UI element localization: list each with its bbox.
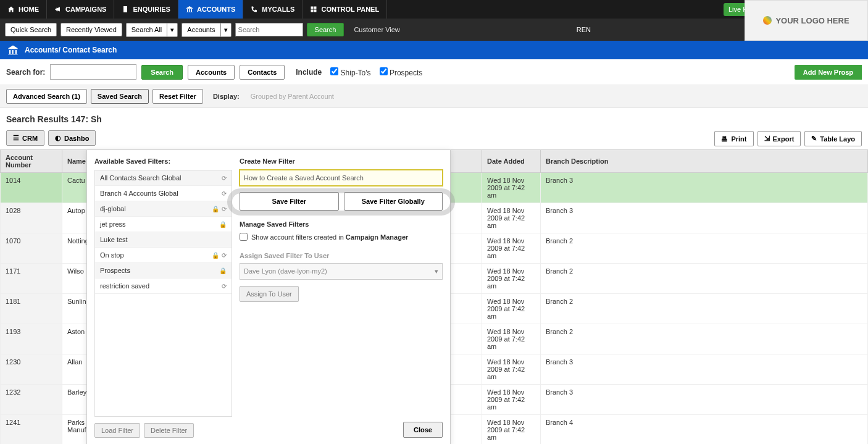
manage-saved-filters-header: Manage Saved Filters bbox=[240, 220, 443, 228]
prospects-checkbox[interactable]: Prospects bbox=[380, 67, 423, 77]
contacts-pill[interactable]: Contacts bbox=[240, 65, 285, 80]
nav-control-panel[interactable]: CONTROL PANEL bbox=[303, 0, 387, 19]
list-icon: ☰ bbox=[13, 134, 19, 142]
filter-name: Prospects bbox=[100, 267, 219, 274]
nav-mycalls[interactable]: MYCALLS bbox=[243, 0, 303, 19]
dashboard-tab[interactable]: ◐Dashbo bbox=[48, 130, 96, 146]
search-for-label: Search for: bbox=[6, 68, 45, 77]
nav-accounts[interactable]: ACCOUNTS bbox=[178, 0, 243, 19]
saved-filter-item[interactable]: restriction saved⟳ bbox=[95, 279, 232, 294]
nav-enquiries[interactable]: ENQUIRIES bbox=[114, 0, 178, 19]
logo-box: YOUR LOGO HERE bbox=[745, 0, 868, 41]
page-title-bar: Accounts/ Contact Search bbox=[0, 41, 868, 59]
partial-text: REN bbox=[577, 26, 591, 33]
new-filter-name-input[interactable] bbox=[240, 170, 443, 186]
load-filter-button[interactable]: Load Filter bbox=[94, 423, 140, 438]
filter-name: Luke test bbox=[100, 236, 227, 243]
bank-icon bbox=[7, 44, 19, 56]
sub-toolbar: Quick Search Recently Viewed Search All … bbox=[0, 19, 868, 41]
recently-viewed-button[interactable]: Recently Viewed bbox=[61, 23, 122, 36]
col-account-number[interactable]: Account Number bbox=[1, 150, 62, 173]
accounts-dropdown[interactable]: Accounts ▾ bbox=[182, 23, 231, 37]
clipboard-icon bbox=[122, 6, 129, 13]
accounts-dd-label[interactable]: Accounts bbox=[182, 23, 220, 37]
cell-account: 1232 bbox=[1, 385, 62, 415]
saved-filter-item[interactable]: Branch 4 Accounts Global⟳ bbox=[95, 186, 232, 201]
search-for-go[interactable]: Search bbox=[141, 65, 183, 80]
filter-name: All Contacts Search Global bbox=[100, 174, 222, 182]
nav-campaigns[interactable]: CAMPAIGNS bbox=[47, 0, 114, 19]
table-wrapper: Account Number Name Date Added Branch De… bbox=[0, 149, 868, 444]
customer-view-link[interactable]: Customer View bbox=[354, 26, 399, 33]
cell-account: 1230 bbox=[1, 354, 62, 385]
saved-filters-list: All Contacts Search Global⟳Branch 4 Acco… bbox=[94, 170, 232, 417]
saved-filter-item[interactable]: jet press🔒 bbox=[95, 217, 232, 232]
popover-right-col: Create New Filter Save Filter Save Filte… bbox=[232, 157, 450, 438]
cell-branch: Branch 3 bbox=[541, 173, 868, 203]
table-layout-button[interactable]: ✎Table Layo bbox=[804, 131, 862, 146]
nav-accounts-label: ACCOUNTS bbox=[197, 6, 235, 13]
search-for-input[interactable] bbox=[50, 64, 136, 80]
print-icon: 🖶 bbox=[721, 135, 728, 143]
cell-date: Wed 18 Nov 2009 at 7:42 am bbox=[482, 415, 541, 445]
cell-account: 1028 bbox=[1, 203, 62, 233]
refresh-icon: ⟳ bbox=[222, 283, 227, 290]
crm-tab[interactable]: ☰CRM bbox=[6, 130, 44, 146]
reset-filter-button[interactable]: Reset Filter bbox=[152, 89, 203, 104]
export-button[interactable]: ⇲Export bbox=[757, 131, 801, 146]
lock-icon: 🔒 bbox=[212, 252, 219, 259]
cell-branch: Branch 3 bbox=[541, 354, 868, 385]
toolbar-search-input[interactable] bbox=[235, 23, 303, 36]
search-for-row: Search for: Search Accounts Contacts Inc… bbox=[0, 59, 868, 85]
add-new-prospect-button[interactable]: Add New Prosp bbox=[795, 65, 862, 80]
chevron-down-icon: ▾ bbox=[435, 267, 438, 275]
lock-icon: 🔒 bbox=[219, 267, 227, 274]
nav-home[interactable]: HOME bbox=[0, 0, 47, 19]
logo-icon bbox=[763, 16, 772, 25]
shipto-checkbox[interactable]: Ship-To's bbox=[330, 67, 370, 77]
close-popover-button[interactable]: Close bbox=[403, 422, 443, 438]
chevron-down-icon[interactable]: ▾ bbox=[167, 23, 178, 37]
cell-date: Wed 18 Nov 2009 at 7:42 am bbox=[482, 324, 541, 354]
saved-search-button[interactable]: Saved Search bbox=[91, 89, 149, 104]
filter-name: On stop bbox=[100, 251, 212, 259]
lock-icon: 🔒 bbox=[219, 221, 227, 228]
top-nav: HOME CAMPAIGNS ENQUIRIES ACCOUNTS MYCALL… bbox=[0, 0, 868, 19]
save-filter-button[interactable]: Save Filter bbox=[240, 192, 339, 211]
nav-control-panel-label: CONTROL PANEL bbox=[321, 6, 379, 13]
saved-filter-item[interactable]: All Contacts Search Global⟳ bbox=[95, 170, 232, 186]
show-cm-filters-checkbox[interactable]: Show account filters created in Campaign… bbox=[240, 233, 443, 241]
cell-account: 1193 bbox=[1, 324, 62, 354]
assign-user-select[interactable]: Dave Lyon (dave-lyon-my2) ▾ bbox=[240, 263, 443, 280]
cell-date: Wed 18 Nov 2009 at 7:42 am bbox=[482, 264, 541, 294]
chevron-down-icon[interactable]: ▾ bbox=[220, 23, 232, 37]
cell-branch: Branch 2 bbox=[541, 264, 868, 294]
print-button[interactable]: 🖶Print bbox=[714, 131, 753, 146]
cell-date: Wed 18 Nov 2009 at 7:42 am bbox=[482, 173, 541, 203]
nav-home-label: HOME bbox=[19, 6, 39, 13]
saved-filter-item[interactable]: Luke test bbox=[95, 232, 232, 248]
cell-date: Wed 18 Nov 2009 at 7:42 am bbox=[482, 203, 541, 233]
col-branch[interactable]: Branch Description bbox=[541, 150, 868, 173]
saved-filter-item[interactable]: Prospects🔒 bbox=[95, 263, 232, 279]
toolbar-search-go[interactable]: Search bbox=[307, 23, 344, 36]
cell-account: 1241 bbox=[1, 415, 62, 445]
accounts-pill[interactable]: Accounts bbox=[188, 65, 235, 80]
delete-filter-button[interactable]: Delete Filter bbox=[144, 423, 194, 438]
bullhorn-icon bbox=[54, 6, 62, 13]
quick-search-button[interactable]: Quick Search bbox=[5, 23, 57, 36]
assign-to-user-button[interactable]: Assign To User bbox=[240, 286, 299, 302]
cell-account: 1014 bbox=[1, 173, 62, 203]
advanced-search-button[interactable]: Advanced Search (1) bbox=[6, 89, 87, 104]
lock-icon: 🔒 bbox=[212, 206, 219, 212]
save-filter-globally-button[interactable]: Save Filter Globally bbox=[344, 192, 443, 211]
search-all-dropdown[interactable]: Search All ▾ bbox=[126, 23, 178, 37]
page-title: Accounts/ Contact Search bbox=[25, 46, 117, 54]
saved-search-popover: Available Saved Filters: All Contacts Se… bbox=[86, 149, 451, 444]
saved-filter-item[interactable]: dj-global🔒⟳ bbox=[95, 201, 232, 217]
search-all-label[interactable]: Search All bbox=[126, 23, 167, 37]
saved-filter-item[interactable]: On stop🔒⟳ bbox=[95, 248, 232, 263]
cell-branch: Branch 3 bbox=[541, 203, 868, 233]
home-icon bbox=[7, 6, 15, 13]
col-date-added[interactable]: Date Added bbox=[482, 150, 541, 173]
